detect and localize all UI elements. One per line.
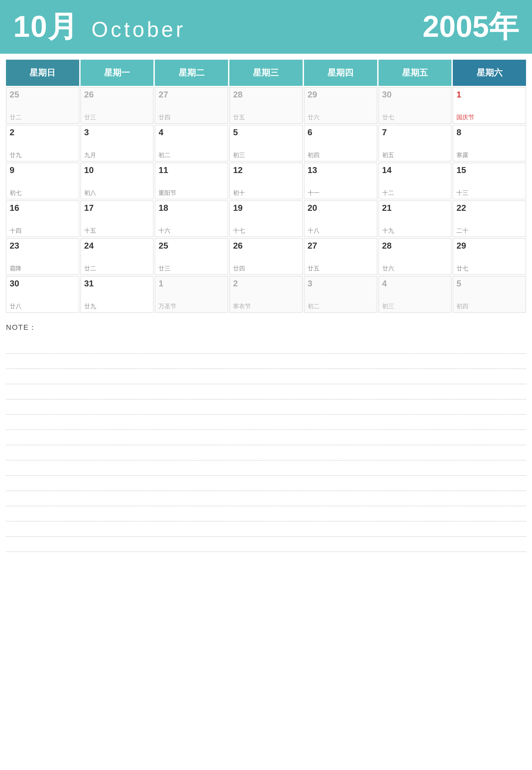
lunar-date: 十二 (382, 188, 448, 197)
note-line (6, 338, 526, 354)
day-number: 1 (158, 279, 224, 288)
day-number: 26 (233, 241, 299, 250)
day-number: 21 (382, 204, 448, 212)
day-cell: 27廿五 (304, 238, 377, 275)
day-cell: 2寒衣节 (229, 276, 303, 313)
day-number: 16 (10, 204, 76, 212)
note-line (6, 445, 526, 460)
day-cell: 14十二 (379, 163, 452, 199)
lunar-date: 寒露 (456, 150, 522, 159)
lunar-date: 廿三 (84, 112, 150, 121)
note-line (6, 476, 526, 491)
day-cell: 8寒露 (453, 125, 526, 161)
note-line (6, 521, 526, 537)
day-cell: 25廿三 (155, 238, 228, 275)
day-number: 8 (456, 128, 522, 137)
lunar-date: 初八 (84, 188, 150, 197)
day-cell: 28廿六 (379, 238, 452, 275)
weekday-header-sunday: 星期日 (6, 60, 79, 86)
lunar-date: 十六 (158, 225, 224, 235)
lunar-date: 二十 (456, 225, 522, 235)
day-number: 27 (308, 241, 374, 250)
note-line (6, 491, 526, 506)
lunar-date: 初四 (308, 150, 374, 159)
note-line (6, 506, 526, 521)
note-line (6, 369, 526, 384)
day-cell: 26廿三 (81, 87, 154, 124)
year: 2005年 (423, 7, 519, 47)
lunar-date: 十七 (233, 225, 299, 235)
lunar-date: 初二 (158, 150, 224, 159)
day-cell: 27廿四 (155, 87, 228, 124)
holiday-label: 国庆节 (456, 113, 522, 121)
note-label: NOTE： (6, 323, 526, 332)
lunar-date: 廿四 (158, 112, 224, 121)
day-cell: 1国庆节 (453, 87, 526, 124)
lunar-date: 十八 (308, 225, 374, 235)
day-cell: 18十六 (155, 201, 228, 237)
lunar-date: 廿六 (382, 263, 448, 272)
note-line (6, 384, 526, 399)
note-section: NOTE： (0, 313, 532, 555)
day-number: 17 (84, 204, 150, 212)
day-cell: 12初十 (229, 163, 303, 199)
day-number: 18 (158, 204, 224, 212)
lunar-date: 廿九 (10, 150, 76, 159)
lunar-date: 廿五 (308, 263, 374, 272)
day-cell: 10初八 (81, 163, 154, 199)
day-number: 2 (233, 279, 299, 288)
day-cell: 9初七 (6, 163, 79, 199)
day-cell: 5初四 (453, 276, 526, 313)
lunar-date: 初五 (382, 150, 448, 159)
lunar-date: 初七 (10, 188, 76, 197)
lunar-date: 廿四 (233, 263, 299, 272)
lunar-date: 廿八 (10, 301, 76, 310)
day-cell: 2廿九 (6, 125, 79, 161)
calendar-wrapper: 星期日星期一星期二星期三星期四星期五星期六 25廿二26廿三27廿四28廿五29… (0, 60, 532, 313)
lunar-date: 十四 (10, 225, 76, 235)
day-number: 10 (84, 166, 150, 174)
weekday-header-monday: 星期一 (81, 60, 154, 86)
lunar-date: 初二 (308, 301, 374, 310)
day-cell: 31廿九 (81, 276, 154, 313)
day-number: 3 (308, 279, 374, 288)
day-number: 4 (382, 279, 448, 288)
day-cell: 19十七 (229, 201, 303, 237)
calendar-grid: 25廿二26廿三27廿四28廿五29廿六30廿七1国庆节2廿九3九月4初二5初三… (6, 87, 526, 313)
day-number: 28 (382, 241, 448, 250)
lunar-date: 十五 (84, 225, 150, 235)
lunar-date: 九月 (84, 150, 150, 159)
day-number: 7 (382, 128, 448, 137)
day-number: 22 (456, 204, 522, 212)
day-cell: 29廿七 (453, 238, 526, 275)
weekday-header-wednesday: 星期三 (229, 60, 303, 86)
lunar-date: 初四 (456, 301, 522, 310)
lunar-date: 万圣节 (158, 301, 224, 310)
day-number: 30 (10, 279, 76, 288)
day-cell: 1万圣节 (155, 276, 228, 313)
day-cell: 17十五 (81, 201, 154, 237)
lunar-date: 初三 (382, 301, 448, 310)
lunar-date: 十一 (308, 188, 374, 197)
lunar-date: 重阳节 (158, 188, 224, 197)
day-cell: 20十八 (304, 201, 377, 237)
note-lines (6, 338, 526, 552)
weekday-header-friday: 星期五 (379, 60, 452, 86)
day-cell: 13十一 (304, 163, 377, 199)
lunar-date: 初三 (233, 150, 299, 159)
header-left: 10月 October (13, 7, 186, 47)
day-number: 15 (456, 166, 522, 174)
day-number: 11 (158, 166, 224, 174)
day-cell: 11重阳节 (155, 163, 228, 199)
month-cn: 10月 (13, 7, 78, 47)
lunar-date: 寒衣节 (233, 301, 299, 310)
day-cell: 30廿七 (379, 87, 452, 124)
day-cell: 4初三 (379, 276, 452, 313)
lunar-date: 廿三 (158, 263, 224, 272)
lunar-date: 廿七 (456, 263, 522, 272)
weekday-header-saturday: 星期六 (453, 60, 526, 86)
day-number: 9 (10, 166, 76, 174)
day-cell: 22二十 (453, 201, 526, 237)
note-line (6, 460, 526, 476)
day-number: 2 (10, 128, 76, 137)
